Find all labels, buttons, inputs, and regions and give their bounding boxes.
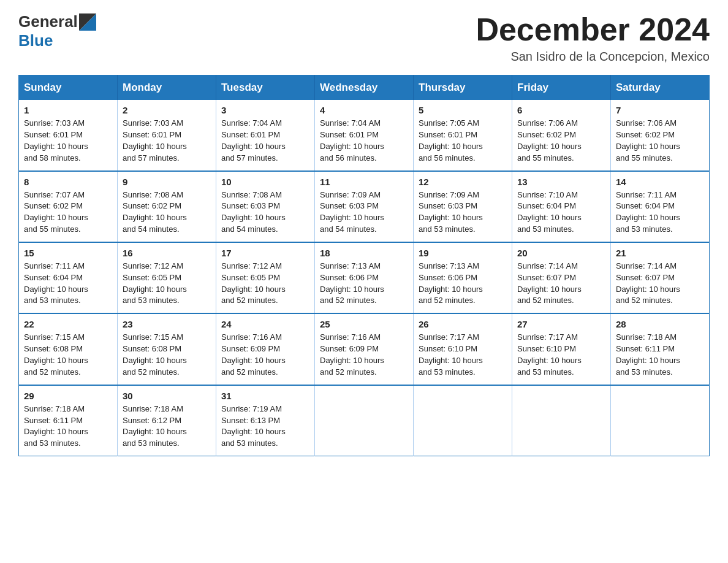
calendar-cell: 10 Sunrise: 7:08 AMSunset: 6:03 PMDaylig… bbox=[216, 171, 315, 242]
calendar-cell: 22 Sunrise: 7:15 AMSunset: 6:08 PMDaylig… bbox=[19, 313, 118, 385]
day-number: 16 bbox=[123, 248, 211, 258]
calendar-cell: 18 Sunrise: 7:13 AMSunset: 6:06 PMDaylig… bbox=[315, 242, 414, 313]
calendar-cell: 11 Sunrise: 7:09 AMSunset: 6:03 PMDaylig… bbox=[315, 171, 414, 242]
day-info: Sunrise: 7:03 AMSunset: 6:01 PMDaylight:… bbox=[123, 118, 211, 164]
day-number: 20 bbox=[517, 248, 605, 258]
calendar-week-3: 15 Sunrise: 7:11 AMSunset: 6:04 PMDaylig… bbox=[19, 242, 710, 313]
calendar-cell bbox=[512, 385, 611, 456]
day-number: 12 bbox=[419, 177, 507, 187]
logo-icon bbox=[79, 13, 96, 31]
day-info: Sunrise: 7:09 AMSunset: 6:03 PMDaylight:… bbox=[320, 190, 408, 236]
logo: General Blue bbox=[18, 12, 96, 50]
logo-blue-text: Blue bbox=[18, 31, 96, 50]
calendar-cell: 5 Sunrise: 7:05 AMSunset: 6:01 PMDayligh… bbox=[414, 100, 512, 170]
day-info: Sunrise: 7:11 AMSunset: 6:04 PMDaylight:… bbox=[24, 261, 112, 307]
calendar-cell: 16 Sunrise: 7:12 AMSunset: 6:05 PMDaylig… bbox=[118, 242, 216, 313]
day-number: 22 bbox=[24, 319, 112, 329]
day-number: 13 bbox=[517, 177, 605, 187]
day-number: 8 bbox=[24, 177, 112, 187]
calendar-cell: 14 Sunrise: 7:11 AMSunset: 6:04 PMDaylig… bbox=[611, 171, 710, 242]
day-number: 26 bbox=[419, 319, 507, 329]
calendar-header-monday: Monday bbox=[118, 75, 216, 101]
calendar-cell bbox=[315, 385, 414, 456]
calendar-cell: 24 Sunrise: 7:16 AMSunset: 6:09 PMDaylig… bbox=[216, 313, 315, 385]
day-number: 24 bbox=[221, 319, 309, 329]
calendar-cell: 21 Sunrise: 7:14 AMSunset: 6:07 PMDaylig… bbox=[611, 242, 710, 313]
day-info: Sunrise: 7:08 AMSunset: 6:03 PMDaylight:… bbox=[221, 190, 309, 236]
calendar-header-tuesday: Tuesday bbox=[216, 75, 315, 101]
day-info: Sunrise: 7:15 AMSunset: 6:08 PMDaylight:… bbox=[123, 332, 211, 378]
logo-general-text: General bbox=[18, 12, 78, 31]
day-info: Sunrise: 7:03 AMSunset: 6:01 PMDaylight:… bbox=[24, 118, 112, 164]
location-text: San Isidro de la Concepcion, Mexico bbox=[476, 50, 710, 64]
calendar-header-thursday: Thursday bbox=[414, 75, 512, 101]
month-title: December 2024 bbox=[476, 12, 710, 47]
day-info: Sunrise: 7:04 AMSunset: 6:01 PMDaylight:… bbox=[221, 118, 309, 164]
day-number: 2 bbox=[123, 105, 211, 115]
day-info: Sunrise: 7:07 AMSunset: 6:02 PMDaylight:… bbox=[24, 190, 112, 236]
day-number: 11 bbox=[320, 177, 408, 187]
day-number: 28 bbox=[616, 319, 704, 329]
calendar-cell: 1 Sunrise: 7:03 AMSunset: 6:01 PMDayligh… bbox=[19, 100, 118, 170]
day-info: Sunrise: 7:16 AMSunset: 6:09 PMDaylight:… bbox=[320, 332, 408, 378]
calendar-cell: 9 Sunrise: 7:08 AMSunset: 6:02 PMDayligh… bbox=[118, 171, 216, 242]
day-number: 31 bbox=[221, 391, 309, 401]
day-info: Sunrise: 7:13 AMSunset: 6:06 PMDaylight:… bbox=[320, 261, 408, 307]
calendar-cell: 12 Sunrise: 7:09 AMSunset: 6:03 PMDaylig… bbox=[414, 171, 512, 242]
calendar-week-4: 22 Sunrise: 7:15 AMSunset: 6:08 PMDaylig… bbox=[19, 313, 710, 385]
calendar-cell: 4 Sunrise: 7:04 AMSunset: 6:01 PMDayligh… bbox=[315, 100, 414, 170]
day-info: Sunrise: 7:18 AMSunset: 6:12 PMDaylight:… bbox=[123, 404, 211, 450]
day-number: 14 bbox=[616, 177, 704, 187]
day-number: 3 bbox=[221, 105, 309, 115]
day-number: 4 bbox=[320, 105, 408, 115]
calendar-header-row: SundayMondayTuesdayWednesdayThursdayFrid… bbox=[19, 75, 710, 101]
calendar-cell: 20 Sunrise: 7:14 AMSunset: 6:07 PMDaylig… bbox=[512, 242, 611, 313]
day-number: 23 bbox=[123, 319, 211, 329]
calendar-body: 1 Sunrise: 7:03 AMSunset: 6:01 PMDayligh… bbox=[19, 100, 710, 456]
calendar-cell: 8 Sunrise: 7:07 AMSunset: 6:02 PMDayligh… bbox=[19, 171, 118, 242]
calendar-cell bbox=[414, 385, 512, 456]
calendar-week-2: 8 Sunrise: 7:07 AMSunset: 6:02 PMDayligh… bbox=[19, 171, 710, 242]
title-block: December 2024 San Isidro de la Concepcio… bbox=[476, 12, 710, 64]
day-number: 25 bbox=[320, 319, 408, 329]
day-number: 19 bbox=[419, 248, 507, 258]
day-info: Sunrise: 7:08 AMSunset: 6:02 PMDaylight:… bbox=[123, 190, 211, 236]
calendar-cell: 3 Sunrise: 7:04 AMSunset: 6:01 PMDayligh… bbox=[216, 100, 315, 170]
day-info: Sunrise: 7:06 AMSunset: 6:02 PMDaylight:… bbox=[517, 118, 605, 164]
calendar-cell: 6 Sunrise: 7:06 AMSunset: 6:02 PMDayligh… bbox=[512, 100, 611, 170]
day-number: 18 bbox=[320, 248, 408, 258]
day-info: Sunrise: 7:12 AMSunset: 6:05 PMDaylight:… bbox=[123, 261, 211, 307]
calendar-cell: 2 Sunrise: 7:03 AMSunset: 6:01 PMDayligh… bbox=[118, 100, 216, 170]
calendar-cell: 26 Sunrise: 7:17 AMSunset: 6:10 PMDaylig… bbox=[414, 313, 512, 385]
day-info: Sunrise: 7:10 AMSunset: 6:04 PMDaylight:… bbox=[517, 190, 605, 236]
page-header: General Blue December 2024 San Isidro de… bbox=[18, 12, 710, 64]
calendar-week-1: 1 Sunrise: 7:03 AMSunset: 6:01 PMDayligh… bbox=[19, 100, 710, 170]
day-info: Sunrise: 7:17 AMSunset: 6:10 PMDaylight:… bbox=[419, 332, 507, 378]
calendar-cell: 15 Sunrise: 7:11 AMSunset: 6:04 PMDaylig… bbox=[19, 242, 118, 313]
day-info: Sunrise: 7:04 AMSunset: 6:01 PMDaylight:… bbox=[320, 118, 408, 164]
calendar-cell: 25 Sunrise: 7:16 AMSunset: 6:09 PMDaylig… bbox=[315, 313, 414, 385]
calendar-cell: 31 Sunrise: 7:19 AMSunset: 6:13 PMDaylig… bbox=[216, 385, 315, 456]
calendar-cell: 13 Sunrise: 7:10 AMSunset: 6:04 PMDaylig… bbox=[512, 171, 611, 242]
calendar-week-5: 29 Sunrise: 7:18 AMSunset: 6:11 PMDaylig… bbox=[19, 385, 710, 456]
day-number: 6 bbox=[517, 105, 605, 115]
day-number: 21 bbox=[616, 248, 704, 258]
day-number: 1 bbox=[24, 105, 112, 115]
day-number: 29 bbox=[24, 391, 112, 401]
day-info: Sunrise: 7:13 AMSunset: 6:06 PMDaylight:… bbox=[419, 261, 507, 307]
calendar-cell: 29 Sunrise: 7:18 AMSunset: 6:11 PMDaylig… bbox=[19, 385, 118, 456]
day-info: Sunrise: 7:18 AMSunset: 6:11 PMDaylight:… bbox=[616, 332, 704, 378]
day-info: Sunrise: 7:18 AMSunset: 6:11 PMDaylight:… bbox=[24, 404, 112, 450]
calendar-cell: 27 Sunrise: 7:17 AMSunset: 6:10 PMDaylig… bbox=[512, 313, 611, 385]
calendar-cell: 7 Sunrise: 7:06 AMSunset: 6:02 PMDayligh… bbox=[611, 100, 710, 170]
day-info: Sunrise: 7:19 AMSunset: 6:13 PMDaylight:… bbox=[221, 404, 309, 450]
day-info: Sunrise: 7:09 AMSunset: 6:03 PMDaylight:… bbox=[419, 190, 507, 236]
calendar-cell: 28 Sunrise: 7:18 AMSunset: 6:11 PMDaylig… bbox=[611, 313, 710, 385]
calendar-cell: 19 Sunrise: 7:13 AMSunset: 6:06 PMDaylig… bbox=[414, 242, 512, 313]
calendar-header-wednesday: Wednesday bbox=[315, 75, 414, 101]
day-info: Sunrise: 7:12 AMSunset: 6:05 PMDaylight:… bbox=[221, 261, 309, 307]
day-number: 15 bbox=[24, 248, 112, 258]
day-number: 30 bbox=[123, 391, 211, 401]
day-number: 7 bbox=[616, 105, 704, 115]
day-number: 27 bbox=[517, 319, 605, 329]
